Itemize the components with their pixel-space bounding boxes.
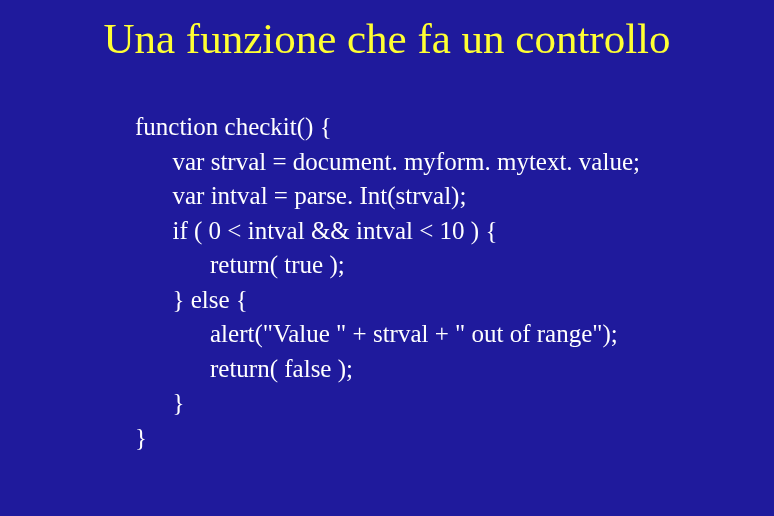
code-line: return( false ); bbox=[135, 355, 353, 382]
code-line: alert("Value " + strval + " out of range… bbox=[135, 320, 618, 347]
code-line: var intval = parse. Int(strval); bbox=[135, 182, 466, 209]
code-line: } bbox=[135, 424, 147, 451]
code-line: } else { bbox=[135, 286, 248, 313]
code-line: } bbox=[135, 389, 185, 416]
code-line: function checkit() { bbox=[135, 113, 332, 140]
slide: Una funzione che fa un controllo functio… bbox=[0, 0, 774, 516]
slide-title: Una funzione che fa un controllo bbox=[0, 14, 774, 63]
code-line: return( true ); bbox=[135, 251, 345, 278]
code-line: var strval = document. myform. mytext. v… bbox=[135, 148, 640, 175]
code-block: function checkit() { var strval = docume… bbox=[135, 110, 640, 455]
code-line: if ( 0 < intval && intval < 10 ) { bbox=[135, 217, 497, 244]
